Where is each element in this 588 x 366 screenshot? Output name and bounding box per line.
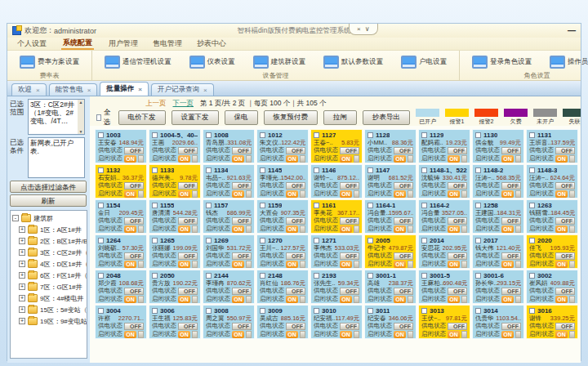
close-icon[interactable]: × <box>203 87 207 94</box>
card-checkbox[interactable] <box>152 273 158 279</box>
card-checkbox[interactable] <box>206 203 212 208</box>
meter-card-3016[interactable]: 3016 谢锋 339.25元 供电状态 OFF 启闭状态 ON <box>526 305 578 339</box>
ribbon-button-2-4[interactable]: 默认参数设置 <box>318 55 388 69</box>
switch-status-on-badge[interactable]: ON <box>448 296 460 303</box>
ribbon-tab-2[interactable]: 系统配置 <box>61 38 94 50</box>
switch-status-on-badge[interactable]: ON <box>448 331 460 338</box>
ribbon-tab-3[interactable]: 用户管理 <box>109 38 138 49</box>
meter-card-2050[interactable]: 2050 贵方放 190.22元 供电状态 OFF 启闭状态 ON <box>149 270 201 304</box>
meter-card-1134[interactable]: 1134 韦品~.. 921.63元 供电状态 OFF 启闭状态 ON <box>203 164 255 199</box>
meter-card-2020[interactable]: 2020 佳飞 195.93元 供电状态 OFF 启闭状态 ON <box>526 234 578 269</box>
expand-node-icon[interactable]: + <box>19 283 25 290</box>
meter-card-1132[interactable]: 1132 石安娟.. 36.37元 供电状态 OFF 启闭状态 ON <box>95 164 147 199</box>
supply-status-value[interactable]: OFF <box>555 147 575 154</box>
meter-card-2148[interactable]: 2148 肖红仙 186.76元 供电状态 OFF 启闭状态 ON <box>256 270 309 304</box>
switch-status-on-badge[interactable]: ON <box>501 261 514 268</box>
doc-tab-1[interactable]: 欢迎× <box>11 83 47 96</box>
meter-card-1145[interactable]: 1145 李瑾光.. 1542.00.. 供电状态 OFF 启闭状态 ON <box>256 164 309 199</box>
next-page-link[interactable]: 下一页 <box>173 99 194 109</box>
tree-item-3[interactable]: +3区：C区2#井（1#变… <box>11 247 87 258</box>
meter-card-1270[interactable]: 1270 王川~.. 127.57元 供电状态 OFF 启闭状态 ON <box>256 234 309 269</box>
meter-card-1148-3[interactable]: 1148-3 汪涛~.. 624.64元 供电状态 OFF 启闭状态 ON <box>526 164 578 199</box>
supply-status-value[interactable]: OFF <box>286 147 305 154</box>
supply-status-value[interactable]: OFF <box>232 252 252 260</box>
expand-node-icon[interactable]: + <box>19 238 25 244</box>
switch-status-on-badge[interactable]: ON <box>501 190 514 198</box>
switch-status-on-badge[interactable]: ON <box>340 296 352 303</box>
select-all-wrap[interactable]: 全选 <box>96 108 113 127</box>
selected-range-box[interactable]: 3区：C区2#井（1#变电、2#变电、/4T… <box>28 99 85 135</box>
meter-card-1265[interactable]: 1265 张丽娜 199.09元 供电状态 OFF 启闭状态 ON <box>149 234 201 269</box>
supply-status-value[interactable]: OFF <box>394 288 413 295</box>
supply-status-value[interactable]: OFF <box>286 252 305 260</box>
card-checkbox[interactable] <box>152 167 158 173</box>
supply-status-value[interactable]: OFF <box>448 252 467 260</box>
supply-status-value[interactable]: OFF <box>448 217 467 225</box>
supply-status-value[interactable]: OFF <box>340 217 359 225</box>
supply-status-value[interactable]: OFF <box>501 323 521 330</box>
supply-status-value[interactable]: OFF <box>340 147 359 154</box>
action-button-3[interactable]: 保电 <box>225 110 258 125</box>
switch-status-on-badge[interactable]: ON <box>178 155 190 163</box>
card-checkbox[interactable] <box>368 273 373 279</box>
action-button-5[interactable]: 拉闸 <box>323 110 357 125</box>
switch-status-on-badge[interactable]: ON <box>124 225 136 233</box>
card-checkbox[interactable] <box>368 203 373 208</box>
meter-card-1164-1[interactable]: 1164-1 冯合量.. 1595.67.. 供电状态 OFF 启闭状态 ON <box>364 199 416 234</box>
card-checkbox[interactable] <box>475 238 481 243</box>
card-checkbox[interactable] <box>529 203 535 208</box>
action-button-2[interactable]: 设置下发 <box>172 110 219 125</box>
meter-card-3013[interactable]: 3013 王伏~.. 97.81元 供电状态 OFF 启闭状态 ON <box>418 305 470 339</box>
supply-status-value[interactable]: OFF <box>124 323 144 330</box>
meter-card-1148-1、522[interactable]: 1148-1、522 沈毓铸 330.41元 供电状态 OFF 启闭状态 ON <box>418 164 470 199</box>
supply-status-value[interactable]: OFF <box>124 252 144 260</box>
card-checkbox[interactable] <box>475 132 481 138</box>
ribbon-button-1-1[interactable]: 费率方案设置 <box>15 55 84 69</box>
switch-status-on-badge[interactable]: ON <box>340 261 352 268</box>
card-checkbox[interactable] <box>368 132 373 138</box>
switch-status-on-badge[interactable]: ON <box>232 296 244 303</box>
ribbon-button-2-1[interactable]: 通信管理机设置 <box>100 55 176 69</box>
meter-card-3001-5[interactable]: 3001-5 王麻柏.. 690.48元 供电状态 OFF 启闭状态 ON <box>418 270 470 304</box>
switch-status-on-badge[interactable]: ON <box>501 225 514 233</box>
supply-status-value[interactable]: OFF <box>555 252 575 260</box>
supply-status-value[interactable]: OFF <box>124 182 144 190</box>
switch-status-on-badge[interactable]: ON <box>555 296 568 303</box>
meter-card-3009[interactable]: 3009 吴成吉 885.16元 供电状态 OFF 启闭状态 ON <box>256 305 309 339</box>
supply-status-value[interactable]: OFF <box>178 182 198 190</box>
tree-item-7[interactable]: +9区：4#楼电井（4#楼… <box>11 292 87 304</box>
supply-status-value[interactable]: OFF <box>501 217 521 225</box>
switch-status-on-badge[interactable]: ON <box>124 190 136 198</box>
card-checkbox[interactable] <box>260 273 265 279</box>
switch-status-on-badge[interactable]: ON <box>394 155 406 163</box>
collapse-node-icon[interactable]: - <box>12 215 19 221</box>
card-checkbox[interactable] <box>314 132 319 138</box>
meter-card-1127[interactable]: 1127 王春~.. 5.83元 供电状态 OFF 启闭状态 ON <box>310 129 363 163</box>
card-checkbox[interactable] <box>260 132 265 138</box>
switch-status-on-badge[interactable]: ON <box>340 331 352 338</box>
tree-root[interactable]: -建筑群 <box>11 212 87 224</box>
expand-node-icon[interactable]: + <box>19 318 25 324</box>
switch-status-on-badge[interactable]: ON <box>394 261 406 268</box>
supply-status-value[interactable]: OFF <box>555 217 575 225</box>
meter-card-3006[interactable]: 3006 王生福 125.83元 供电状态 OFF 启闭状态 ON <box>149 305 201 339</box>
scroll-up-icon[interactable]: ▲ <box>79 100 83 105</box>
card-checkbox[interactable] <box>475 167 481 173</box>
tree-item-4[interactable]: +4区：D区1#井（D区1… <box>11 258 87 270</box>
choose-filter-button[interactable]: 点击选择过滤条件 <box>10 181 87 193</box>
card-checkbox[interactable] <box>421 273 427 279</box>
switch-status-on-badge[interactable]: ON <box>178 331 190 338</box>
meter-card-1003[interactable]: 1003 王安春 148.94元 供电状态 OFF 启闭状态 ON <box>95 129 147 163</box>
meter-card-1263[interactable]: 1263 钱丽雪.. 184.45元 供电状态 OFF 启闭状态 ON <box>526 199 578 234</box>
refresh-button[interactable]: 刷新 <box>10 194 87 207</box>
card-checkbox[interactable] <box>98 203 104 208</box>
minimize-button[interactable]: — <box>568 28 576 34</box>
card-checkbox[interactable] <box>260 167 265 173</box>
card-checkbox[interactable] <box>314 167 319 173</box>
meter-card-1004-5、40—[interactable]: 1004-5、40— 王画 2029.66.. 供电状态 OFF 启闭状态 ON <box>149 129 201 163</box>
supply-status-value[interactable]: OFF <box>394 323 413 330</box>
supply-status-value[interactable]: OFF <box>124 217 144 225</box>
close-icon[interactable]: × <box>138 86 142 93</box>
switch-status-on-badge[interactable]: ON <box>340 225 352 233</box>
card-checkbox[interactable] <box>152 238 158 243</box>
